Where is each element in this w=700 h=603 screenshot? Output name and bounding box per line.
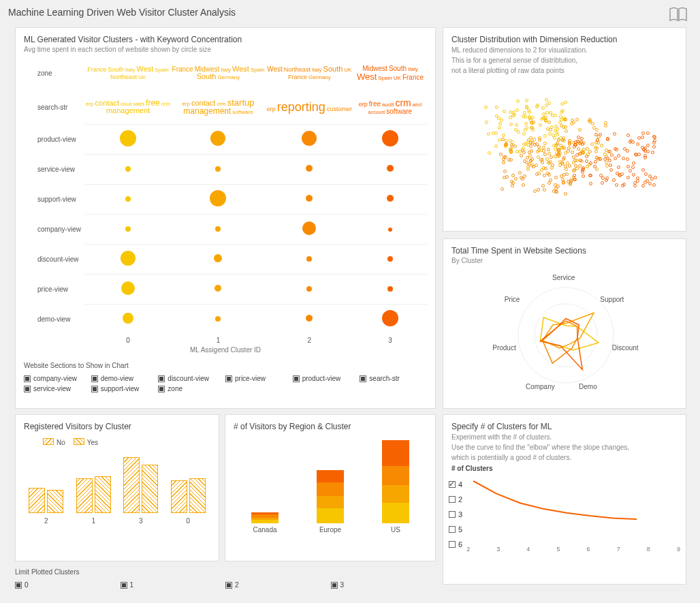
- bubble-cell: [353, 184, 427, 214]
- limit-checkbox[interactable]: 3: [331, 580, 436, 590]
- scatter-dot: [653, 136, 656, 139]
- bubble-dot: [125, 166, 131, 172]
- bubble-cell: [353, 124, 427, 154]
- scatter-dot: [564, 168, 568, 171]
- bubble-table: zoneFranceSouthItalyWestSpainNortheastUK…: [24, 56, 427, 346]
- scatter-dot: [547, 181, 551, 185]
- filter-checkbox[interactable]: company-view: [24, 373, 91, 384]
- scatter-dot: [582, 151, 585, 154]
- filter-label: support-view: [101, 385, 140, 392]
- scatter-dot: [503, 170, 507, 173]
- scatter-dot: [522, 183, 525, 187]
- keyword: Germany: [217, 75, 240, 80]
- elbow-control-label: # of Clusters: [443, 463, 686, 474]
- scatter-dot: [589, 182, 592, 185]
- scatter-dot: [549, 160, 552, 164]
- scatter-dot: [612, 179, 616, 182]
- cluster-count-option[interactable]: 5: [449, 524, 462, 535]
- filter-checkbox[interactable]: zone: [158, 384, 225, 394]
- scatter-dot: [549, 179, 552, 182]
- scatter-dot: [524, 128, 527, 132]
- scatter-dot: [564, 165, 567, 168]
- scatter-dot: [547, 121, 551, 124]
- radar-axis-label: Product: [492, 344, 515, 352]
- keyword: Northeast: [110, 74, 138, 80]
- book-icon[interactable]: [669, 7, 688, 23]
- scatter-dot: [652, 145, 656, 149]
- bubble-cell: FranceSouthItalyWestSpainNortheastUK: [85, 56, 171, 90]
- scatter-dot: [528, 110, 531, 114]
- checkbox-icon: [225, 582, 232, 589]
- bar-segment: [317, 482, 344, 496]
- radar-panel: Total Time Spent in Website Sections By …: [443, 238, 686, 409]
- scatter-dot: [579, 152, 582, 155]
- scatter-dot: [560, 124, 563, 127]
- scatter-dot: [525, 161, 528, 164]
- scatter-dot: [535, 172, 539, 176]
- bar-x-tick: 1: [91, 514, 95, 525]
- scatter-dot: [605, 149, 608, 152]
- bubble-cell: [266, 214, 353, 244]
- keyword: and: [412, 102, 422, 108]
- keyword: Spain: [377, 76, 392, 81]
- filter-checkbox[interactable]: demo-view: [91, 373, 159, 384]
- scatter-dot: [539, 123, 542, 127]
- scatter-dot: [562, 146, 566, 150]
- scatter-dot: [510, 143, 513, 146]
- keyword: erp: [85, 102, 95, 107]
- checkbox-icon: [121, 582, 127, 589]
- scatter-dot: [551, 114, 554, 117]
- bar-yes: [189, 478, 206, 513]
- scatter-dot: [500, 187, 504, 191]
- limit-checkbox[interactable]: 1: [121, 580, 226, 590]
- bubble-cell: [85, 154, 171, 184]
- limit-checkbox[interactable]: 2: [225, 580, 331, 590]
- filter-checkbox[interactable]: product-view: [293, 373, 360, 384]
- scatter-dot: [521, 149, 524, 152]
- cluster-count-option[interactable]: 2: [449, 494, 462, 505]
- scatter-dot: [503, 176, 506, 179]
- scatter-dot: [601, 181, 604, 185]
- filter-checkbox[interactable]: support-view: [91, 384, 159, 394]
- cluster-count-option[interactable]: 3: [449, 509, 462, 520]
- bubble-cell: [266, 124, 353, 154]
- scatter-dot: [524, 142, 528, 146]
- limit-checkbox[interactable]: 0: [15, 580, 121, 590]
- radar-chart: ServiceSupportDiscountDemoCompanyProduct…: [443, 267, 686, 403]
- bubble-dot: [302, 131, 317, 146]
- filter-checkbox[interactable]: search-str: [360, 373, 427, 384]
- scatter-dot: [626, 176, 630, 179]
- bubble-dot: [125, 226, 131, 232]
- scatter-dot: [530, 126, 534, 129]
- option-label: 3: [458, 510, 462, 519]
- scatter-dot: [594, 133, 598, 136]
- bubble-cell: [85, 214, 171, 244]
- cluster-count-option[interactable]: 4: [449, 479, 462, 490]
- region-bars: CanadaEuropeUS: [225, 433, 435, 535]
- scatter-dot: [646, 132, 650, 135]
- bar-yes: [95, 476, 111, 513]
- keyword: reporting: [276, 101, 326, 113]
- scatter-dot: [615, 183, 618, 187]
- scatter-dot: [540, 168, 543, 172]
- filter-checkbox[interactable]: service-view: [24, 384, 91, 394]
- cluster-count-option[interactable]: 6: [449, 539, 462, 550]
- elbow-title: Specify # of Clusters for ML: [443, 415, 686, 433]
- filter-checkbox[interactable]: price-view: [225, 373, 293, 384]
- scatter-dot: [526, 156, 529, 159]
- bar-no: [171, 480, 187, 513]
- bar-no: [76, 478, 93, 513]
- scatter-dot: [567, 149, 570, 153]
- filter-checkbox[interactable]: discount-view: [158, 373, 225, 384]
- scatter-dot: [567, 146, 571, 150]
- bubble-cell: [266, 304, 353, 334]
- bubble-cell: [266, 154, 353, 184]
- scatter-dot: [637, 136, 641, 140]
- scatter-dot: [515, 108, 519, 112]
- bubble-cell: [171, 184, 266, 214]
- scatter-dot: [498, 138, 501, 142]
- scatter-dot: [517, 130, 520, 134]
- registered-bars: [16, 446, 219, 514]
- bubble-panel: ML Generated Visitor Clusters - with Key…: [15, 27, 436, 409]
- scatter-dot: [499, 153, 503, 156]
